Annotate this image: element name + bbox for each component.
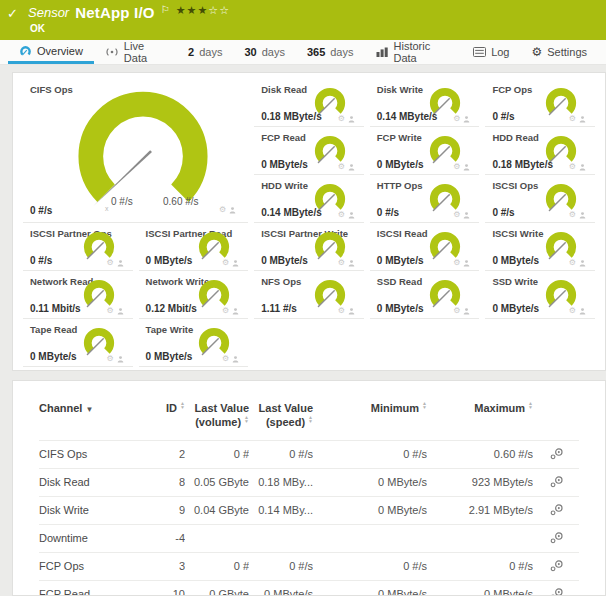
gauge-settings-icon[interactable]: ⚙ [453,307,460,315]
person-icon[interactable] [117,355,124,363]
gauge-iscsi-ops[interactable]: ISCSI Ops0 #/s⚙ [485,175,595,223]
gauge-settings-icon[interactable]: ⚙ [222,307,229,315]
table-row-cifs-ops: CIFS Ops 2 0 # 0 #/s 0 #/s 0.60 #/s [39,440,579,468]
gauge-iscsi-partner-ops[interactable]: ISCSI Partner Ops0 #/s⚙ [23,223,133,271]
person-icon[interactable] [229,206,236,214]
person-icon[interactable] [232,307,239,315]
channel-name[interactable]: FCP Ops [39,552,157,580]
person-icon[interactable] [348,259,355,267]
channel-settings-icon[interactable] [549,447,564,460]
tab-30-days[interactable]: 30 days [233,40,296,64]
gauge-network-read[interactable]: Network Read0.11 Mbit/s⚙ [23,271,133,319]
channel-settings-icon[interactable] [549,503,564,516]
flag-icon[interactable]: ⚐ [161,4,170,15]
person-icon[interactable] [463,259,470,267]
status-badge: OK [30,23,45,34]
gauge-settings-icon[interactable]: ⚙ [569,163,576,171]
log-icon [473,47,486,57]
tab-365-days[interactable]: 365 days [296,40,365,64]
gauge-fcp-write[interactable]: FCP Write0 MByte/s⚙ [370,127,480,175]
gauge-settings-icon[interactable]: ⚙ [222,355,229,363]
gauge-fcp-ops[interactable]: FCP Ops0 #/s⚙ [485,79,595,127]
person-icon[interactable] [117,307,124,315]
gauge-value: 0 MByte/s [146,255,193,266]
priority-stars[interactable]: ★★★☆☆ [176,4,230,17]
gauge-iscsi-write[interactable]: ISCSI Write0 MByte/s⚙ [485,223,595,271]
tab-overview[interactable]: Overview [8,40,94,64]
gauge-hdd-read[interactable]: HDD Read0.18 MByte/s⚙ [485,127,595,175]
gauge-disk-read[interactable]: Disk Read0.18 MByte/s⚙ [254,79,364,127]
gauge-settings-icon[interactable]: ⚙ [219,206,226,214]
gauge-settings-icon[interactable]: ⚙ [569,115,576,123]
person-icon[interactable] [463,211,470,219]
gauge-http-ops[interactable]: HTTP Ops0 #/s⚙ [370,175,480,223]
channel-name[interactable]: Downtime [39,524,157,552]
person-icon[interactable] [348,163,355,171]
channel-name[interactable]: Disk Write [39,496,157,524]
person-icon[interactable] [579,211,586,219]
channel-name[interactable]: CIFS Ops [39,440,157,468]
person-icon[interactable] [579,259,586,267]
person-icon[interactable] [579,163,586,171]
gauge-settings-icon[interactable]: ⚙ [338,307,345,315]
gauge-settings-icon[interactable]: ⚙ [453,259,460,267]
channel-settings-icon[interactable] [549,587,564,596]
person-icon[interactable] [117,259,124,267]
sort-icon: ▲▼ [528,401,533,409]
gauge-value: 0 #/s [30,205,52,216]
person-icon[interactable] [348,115,355,123]
gauge-settings-icon[interactable]: ⚙ [453,211,460,219]
col-header-id[interactable]: ID▲▼ [157,397,185,440]
gauge-iscsi-partner-read[interactable]: ISCSI Partner Read0 MByte/s⚙ [139,223,249,271]
gauge-fcp-read[interactable]: FCP Read0 MByte/s⚙ [254,127,364,175]
gauge-iscsi-partner-write[interactable]: ISCSI Partner Write0 MByte/s⚙ [254,223,364,271]
gauge-settings-icon[interactable]: ⚙ [106,307,113,315]
gauge-network-write[interactable]: Network Write0.12 Mbit/s⚙ [139,271,249,319]
gauge-settings-icon[interactable]: ⚙ [569,307,576,315]
person-icon[interactable] [232,355,239,363]
tab-historic-data[interactable]: Historic Data [365,40,463,64]
col-header-maximum[interactable]: Maximum▲▼ [427,397,533,440]
channel-name[interactable]: Disk Read [39,468,157,496]
gauge-cifs-ops[interactable]: CIFS Ops x 0 #/s 0 #/s 0.60 #/s ⚙ [23,79,248,223]
gauge-settings-icon[interactable]: ⚙ [453,163,460,171]
person-icon[interactable] [463,307,470,315]
gauge-nfs-ops[interactable]: NFS Ops1.11 #/s⚙ [254,271,364,319]
person-icon[interactable] [463,115,470,123]
gauge-settings-icon[interactable]: ⚙ [569,211,576,219]
gauge-settings-icon[interactable]: ⚙ [338,211,345,219]
gauge-settings-icon[interactable]: ⚙ [222,259,229,267]
col-header-channel[interactable]: Channel▼ [39,397,157,440]
gauge-tape-write[interactable]: Tape Write0 MByte/s⚙ [139,319,249,367]
gauge-ssd-write[interactable]: SSD Write0 MByte/s⚙ [485,271,595,319]
gauge-hdd-write[interactable]: HDD Write0.14 MByte/s⚙ [254,175,364,223]
gauge-settings-icon[interactable]: ⚙ [569,259,576,267]
gauge-disk-write[interactable]: Disk Write0.14 MByte/s⚙ [370,79,480,127]
person-icon[interactable] [463,163,470,171]
gauge-settings-icon[interactable]: ⚙ [106,259,113,267]
col-header-last-value-volume[interactable]: Last Value (volume)▲▼ [185,397,249,440]
col-header-last-value-speed[interactable]: Last Value (speed)▲▼ [249,397,313,440]
gauge-settings-icon[interactable]: ⚙ [338,115,345,123]
gauge-ssd-read[interactable]: SSD Read0 MByte/s⚙ [370,271,480,319]
gauge-settings-icon[interactable]: ⚙ [453,115,460,123]
tab-2-days[interactable]: 2 days [177,40,233,64]
channel-settings-icon[interactable] [549,475,564,488]
gauge-settings-icon[interactable]: ⚙ [338,163,345,171]
tab-log[interactable]: Log [462,40,520,64]
gauge-tape-read[interactable]: Tape Read0 MByte/s⚙ [23,319,133,367]
person-icon[interactable] [579,115,586,123]
gauge-settings-icon[interactable]: ⚙ [338,259,345,267]
person-icon[interactable] [348,307,355,315]
channel-settings-icon[interactable] [549,531,564,544]
tab-settings[interactable]: ⚙ Settings [520,40,598,64]
channel-name[interactable]: FCP Read [39,580,157,596]
gauge-iscsi-read[interactable]: ISCSI Read0 MByte/s⚙ [370,223,480,271]
gauge-settings-icon[interactable]: ⚙ [106,355,113,363]
channel-settings-icon[interactable] [549,559,564,572]
tab-live-data[interactable]: Live Data [94,40,177,64]
person-icon[interactable] [348,211,355,219]
col-header-minimum[interactable]: Minimum▲▼ [313,397,427,440]
person-icon[interactable] [232,259,239,267]
person-icon[interactable] [579,307,586,315]
